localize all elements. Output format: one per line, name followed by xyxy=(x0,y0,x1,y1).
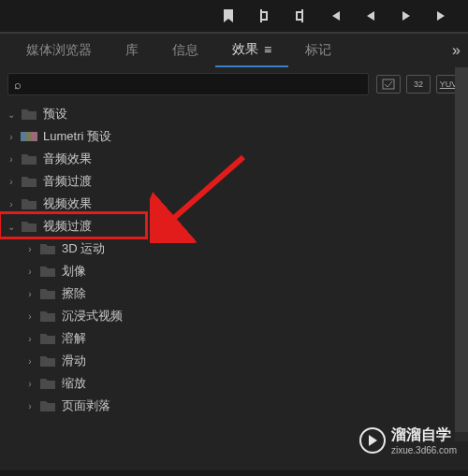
tab-media-browser[interactable]: 媒体浏览器 xyxy=(9,34,109,67)
svg-rect-0 xyxy=(383,79,394,89)
folder-icon xyxy=(21,108,37,121)
tree-label: 音频效果 xyxy=(43,151,92,167)
tree-row-9[interactable]: ›沉浸式视频 xyxy=(0,305,468,327)
marker-icon[interactable] xyxy=(221,8,236,23)
folder-icon xyxy=(21,197,37,210)
lumetri-icon xyxy=(21,130,37,143)
tree-row-12[interactable]: ›缩放 xyxy=(0,372,468,395)
chevron-right-icon[interactable]: › xyxy=(24,401,36,411)
badge-accelerated[interactable] xyxy=(376,75,401,94)
tree-label: 预设 xyxy=(43,106,67,123)
tree-row-6[interactable]: ›3D 运动 xyxy=(0,238,468,260)
tree-row-3[interactable]: ›音频过渡 xyxy=(0,170,468,193)
folder-icon xyxy=(39,310,56,323)
chevron-down-icon[interactable]: ⌄ xyxy=(6,222,17,232)
tree-row-7[interactable]: ›划像 xyxy=(0,260,468,282)
tree-row-11[interactable]: ›滑动 xyxy=(0,350,468,372)
tree-row-10[interactable]: ›溶解 xyxy=(0,327,468,350)
play-icon[interactable] xyxy=(399,8,414,23)
chevron-right-icon[interactable]: › xyxy=(6,177,17,187)
filter-badges: 32 YUV xyxy=(376,75,461,94)
chevron-right-icon[interactable]: › xyxy=(6,154,17,165)
chevron-down-icon[interactable]: ⌄ xyxy=(6,109,17,120)
tree-label: 滑动 xyxy=(62,353,86,369)
tree-label: 溶解 xyxy=(62,330,86,347)
tree-row-8[interactable]: ›擦除 xyxy=(0,282,468,305)
tree-row-13[interactable]: ›页面剥落 xyxy=(0,395,468,417)
folder-icon xyxy=(39,354,56,368)
tree-label: Lumetri 预设 xyxy=(43,128,111,145)
folder-icon xyxy=(21,175,37,188)
panel-scrollbar[interactable] xyxy=(455,67,468,441)
tree-label: 3D 运动 xyxy=(62,240,105,257)
chevron-right-icon[interactable]: › xyxy=(24,379,36,389)
tree-row-2[interactable]: ›音频效果 xyxy=(0,148,468,170)
effects-tree: ⌄预设›Lumetri 预设›音频效果›音频过渡›视频效果⌄视频过渡›3D 运动… xyxy=(0,101,468,470)
out-point-icon[interactable] xyxy=(292,8,307,23)
tree-label: 划像 xyxy=(62,263,86,280)
tree-row-1[interactable]: ›Lumetri 预设 xyxy=(0,125,468,148)
tree-label: 音频过渡 xyxy=(43,173,92,190)
search-input-wrap[interactable]: ⌕ xyxy=(7,73,369,95)
chevron-right-icon[interactable]: › xyxy=(6,199,17,209)
skip-start-icon[interactable] xyxy=(328,8,343,23)
badge-32bit[interactable]: 32 xyxy=(406,75,431,94)
skip-end-icon[interactable] xyxy=(434,8,449,23)
folder-icon xyxy=(39,287,56,300)
chevron-right-icon[interactable]: › xyxy=(6,132,17,142)
svg-rect-1 xyxy=(21,132,26,141)
tree-row-0[interactable]: ⌄预设 xyxy=(0,103,468,125)
tab-markers[interactable]: 标记 xyxy=(288,34,348,67)
tree-label: 擦除 xyxy=(62,285,86,302)
chevron-right-icon[interactable]: › xyxy=(24,311,36,322)
chevron-right-icon[interactable]: › xyxy=(24,356,36,367)
svg-rect-3 xyxy=(32,132,37,141)
tree-label: 页面剥落 xyxy=(62,397,110,414)
folder-icon xyxy=(39,265,56,278)
folder-icon xyxy=(21,220,37,233)
tab-effects[interactable]: 效果≡ xyxy=(215,34,288,67)
search-input[interactable] xyxy=(22,78,362,92)
scrollbar-thumb[interactable] xyxy=(455,67,468,432)
folder-icon xyxy=(39,377,56,390)
chevron-right-icon[interactable]: › xyxy=(24,289,36,299)
folder-icon xyxy=(21,152,37,166)
effects-search-row: ⌕ 32 YUV xyxy=(0,67,468,101)
svg-rect-2 xyxy=(26,132,32,141)
chevron-right-icon[interactable]: › xyxy=(24,334,36,344)
tab-effects-label: 效果 xyxy=(232,41,258,58)
tree-label: 沉浸式视频 xyxy=(62,308,123,325)
tab-info[interactable]: 信息 xyxy=(155,34,215,67)
panel-tabs: 媒体浏览器 库 信息 效果≡ 标记 » xyxy=(0,34,468,67)
folder-icon xyxy=(39,332,56,345)
tree-label: 缩放 xyxy=(62,375,86,392)
chevron-right-icon[interactable]: › xyxy=(24,267,36,277)
tab-library[interactable]: 库 xyxy=(109,34,155,67)
tree-label: 视频效果 xyxy=(43,195,92,212)
tree-row-5[interactable]: ⌄视频过渡 xyxy=(0,215,468,238)
chevron-right-icon[interactable]: › xyxy=(24,244,36,254)
in-point-icon[interactable] xyxy=(256,8,271,23)
tabs-overflow-icon[interactable]: » xyxy=(452,42,461,59)
tree-row-4[interactable]: ›视频效果 xyxy=(0,193,468,215)
playback-toolbar xyxy=(0,0,468,34)
tree-label: 视频过渡 xyxy=(43,218,92,235)
play-reverse-icon[interactable] xyxy=(363,8,378,23)
panel-menu-icon[interactable]: ≡ xyxy=(264,42,271,57)
search-icon: ⌕ xyxy=(14,78,22,92)
folder-icon xyxy=(39,399,56,412)
folder-icon xyxy=(39,242,56,255)
